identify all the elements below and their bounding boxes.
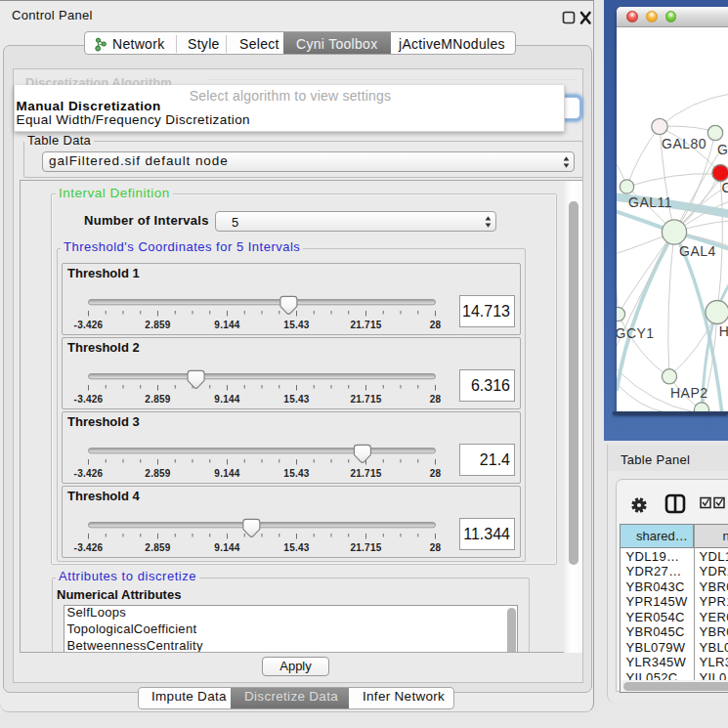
svg-text:28: 28	[430, 394, 442, 405]
svg-text:-3.426: -3.426	[74, 320, 104, 330]
svg-text:21.715: 21.715	[350, 320, 381, 330]
svg-text:15.43: 15.43	[283, 394, 309, 405]
svg-text:15.43: 15.43	[283, 542, 309, 553]
svg-text:-3.426: -3.426	[74, 394, 104, 405]
svg-text:HAP2: HAP2	[670, 384, 708, 400]
svg-text:2.859: 2.859	[145, 542, 170, 553]
svg-text:9.144: 9.144	[214, 394, 239, 405]
svg-text:15.43: 15.43	[283, 320, 309, 330]
svg-text:2.859: 2.859	[145, 394, 170, 405]
svg-text:CD: CD	[722, 180, 728, 195]
svg-text:28: 28	[430, 468, 442, 479]
svg-text:2.859: 2.859	[145, 320, 170, 330]
svg-text:-3.426: -3.426	[74, 542, 104, 553]
svg-text:21.715: 21.715	[350, 468, 381, 479]
svg-text:15.43: 15.43	[283, 468, 309, 479]
svg-text:9.144: 9.144	[214, 542, 239, 553]
svg-text:28: 28	[430, 542, 442, 553]
svg-text:21.715: 21.715	[350, 542, 381, 553]
svg-text:9.144: 9.144	[214, 468, 239, 479]
svg-text:GCY1: GCY1	[617, 325, 655, 341]
svg-text:2.859: 2.859	[145, 468, 170, 479]
svg-text:-3.426: -3.426	[74, 468, 104, 479]
svg-text:GAL4: GAL4	[679, 243, 716, 259]
svg-text:GAL11: GAL11	[628, 193, 672, 209]
svg-text:HA: HA	[719, 323, 728, 339]
svg-text:28: 28	[430, 320, 442, 330]
svg-text:GAL80: GAL80	[662, 136, 707, 151]
svg-text:GAL2: GAL2	[717, 142, 728, 157]
svg-text:21.715: 21.715	[350, 394, 381, 405]
svg-text:9.144: 9.144	[214, 320, 239, 330]
